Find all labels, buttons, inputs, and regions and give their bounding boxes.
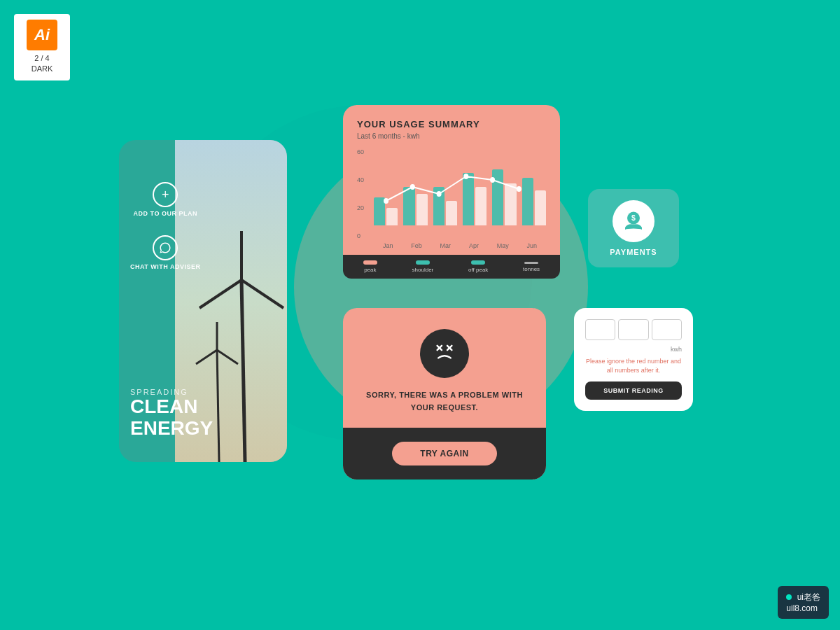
payments-label: PAYMENTS bbox=[610, 248, 657, 256]
svg-text:$: $ bbox=[631, 214, 636, 222]
energy-actions: + ADD TO OUR PLAN CHAT WITH ADVISER bbox=[130, 182, 201, 288]
usage-subtitle: Last 6 months - kwh bbox=[357, 132, 546, 140]
watermark: ui老爸 uil8.com bbox=[778, 586, 829, 619]
reading-box-2[interactable] bbox=[618, 319, 648, 340]
legend-dot-offpeak bbox=[471, 260, 485, 265]
mode-label: DARK bbox=[20, 64, 64, 74]
svg-point-10 bbox=[410, 184, 415, 190]
card-clean-energy: + ADD TO OUR PLAN CHAT WITH ADVISER SPRE… bbox=[119, 140, 287, 462]
usage-chart: 60 40 20 0 bbox=[357, 148, 546, 239]
card-payments[interactable]: $ PAYMENTS bbox=[588, 189, 679, 267]
error-message: SORRY, THERE WAS A PROBLEM WITH YOUR REQ… bbox=[357, 389, 532, 414]
legend-tonnes: tonnes bbox=[523, 260, 540, 273]
submit-reading-button[interactable]: SUBMIT READING bbox=[585, 382, 682, 400]
legend-label-tonnes: tonnes bbox=[523, 266, 540, 272]
energy-bottom-text: SPREADING CLEAN ENERGY bbox=[130, 388, 213, 440]
add-to-plan-label: ADD TO OUR PLAN bbox=[134, 210, 197, 218]
error-bottom: TRY AGAIN bbox=[343, 428, 546, 479]
reading-box-1[interactable] bbox=[585, 319, 615, 340]
chart-line-svg bbox=[374, 148, 546, 225]
svg-point-14 bbox=[517, 186, 522, 192]
chat-adviser-action[interactable]: CHAT WITH ADVISER bbox=[130, 235, 201, 272]
watermark-dot bbox=[786, 594, 792, 600]
legend-shoulder: shoulder bbox=[412, 260, 434, 273]
legend-label-shoulder: shoulder bbox=[412, 267, 434, 273]
legend-dot-shoulder bbox=[416, 260, 430, 265]
reading-description: Please ignore the red number and all num… bbox=[585, 357, 682, 374]
legend-dot-peak bbox=[363, 260, 377, 265]
reading-box-3[interactable] bbox=[652, 319, 682, 340]
chart-x-labels: Jan Feb Mar Apr May Jun bbox=[357, 242, 546, 249]
svg-point-12 bbox=[463, 174, 468, 179]
reading-meters bbox=[585, 319, 682, 340]
svg-point-11 bbox=[437, 191, 442, 197]
payments-icon-circle: $ bbox=[612, 200, 654, 242]
legend-label-offpeak: off peak bbox=[468, 267, 488, 273]
clean-energy-title: CLEAN ENERGY bbox=[130, 396, 213, 440]
reading-unit-label: kwh bbox=[585, 346, 682, 353]
chart-legend: peak shoulder off peak tonnes bbox=[343, 255, 560, 279]
chart-y-labels: 60 40 20 0 bbox=[357, 148, 364, 239]
legend-peak: peak bbox=[363, 260, 377, 273]
watermark-site: ui老爸 bbox=[797, 592, 820, 602]
chat-icon-circle bbox=[153, 235, 178, 260]
card-usage-summary: YOUR USAGE SUMMARY Last 6 months - kwh 6… bbox=[343, 105, 560, 279]
card-reading: kwh Please ignore the red number and all… bbox=[574, 308, 693, 411]
svg-point-9 bbox=[384, 198, 388, 204]
error-top: SORRY, THERE WAS A PROBLEM WITH YOUR REQ… bbox=[343, 308, 546, 428]
legend-offpeak: off peak bbox=[468, 260, 488, 273]
add-icon-circle: + bbox=[153, 182, 178, 207]
legend-label-peak: peak bbox=[364, 267, 376, 273]
error-face-icon bbox=[420, 329, 469, 378]
page-count: 2 / 4 bbox=[20, 53, 64, 64]
watermark-url: uil8.com bbox=[786, 603, 818, 613]
svg-point-13 bbox=[490, 177, 495, 183]
ai-icon: Ai bbox=[27, 20, 57, 50]
chat-adviser-label: CHAT WITH ADVISER bbox=[130, 263, 201, 272]
legend-dot-tonnes bbox=[524, 262, 538, 264]
card-error: SORRY, THERE WAS A PROBLEM WITH YOUR REQ… bbox=[343, 308, 546, 479]
ai-badge: Ai 2 / 4 DARK bbox=[14, 14, 70, 80]
try-again-button[interactable]: TRY AGAIN bbox=[392, 442, 496, 465]
usage-title: YOUR USAGE SUMMARY bbox=[357, 119, 546, 130]
add-to-plan-action[interactable]: + ADD TO OUR PLAN bbox=[130, 182, 201, 218]
